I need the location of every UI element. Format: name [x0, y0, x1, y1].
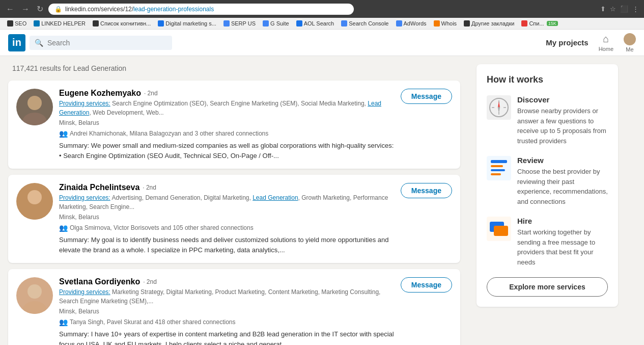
connections-icon-svetlana: 👥: [59, 318, 68, 326]
svg-rect-15: [491, 165, 503, 167]
address-bar[interactable]: 🔒 linkedin.com/services/12/lead-generati…: [48, 4, 354, 15]
bookmark-label-lh: LINKED HELPER: [41, 20, 86, 26]
review-title: Review: [517, 156, 608, 165]
explore-more-button[interactable]: Explore more services: [487, 277, 608, 297]
results-count: 117,421 results for Lead Generation: [8, 64, 460, 72]
bookmark-other[interactable]: Другие закладки: [461, 19, 517, 28]
review-desc: Choose the best provider by reviewing th…: [517, 167, 608, 206]
menu-icon[interactable]: ⋮: [631, 4, 640, 14]
connections-icon-zinaida: 👥: [59, 224, 68, 232]
review-icon: [487, 156, 511, 180]
search-input[interactable]: [47, 39, 167, 47]
svg-point-4: [27, 284, 42, 299]
svg-rect-14: [491, 160, 507, 163]
message-button-svetlana[interactable]: Message: [401, 277, 452, 293]
profile-connections-zinaida: 👥 Olga Smirnova, Victor Borisovets and 1…: [59, 224, 395, 232]
profile-degree-zinaida: · 2nd: [143, 184, 156, 191]
profile-degree-svetlana: · 2nd: [143, 278, 157, 285]
profile-summary-zinaida: Summary: My goal is to identify business…: [59, 235, 395, 255]
bookmark-label-digital: Digital marketing s...: [165, 20, 216, 26]
share-icon[interactable]: ⬆: [599, 4, 607, 14]
bookmark-label-aol: AOL Search: [304, 20, 334, 26]
me-label: Me: [626, 46, 633, 52]
linkedin-logo[interactable]: in: [8, 34, 25, 51]
svg-rect-17: [491, 173, 501, 175]
bookmark-favicon-aol: [296, 20, 302, 26]
svg-point-1: [22, 113, 47, 125]
lead-gen-link-zinaida[interactable]: Lead Generation: [253, 194, 298, 201]
message-button-eugene[interactable]: Message: [401, 89, 452, 104]
message-button-zinaida[interactable]: Message: [401, 183, 452, 198]
profile-connections-svetlana: 👥 Tanya Singh, Pavel Skurat and 418 othe…: [59, 318, 395, 326]
reload-button[interactable]: ↻: [35, 3, 45, 15]
lock-icon: 🔒: [54, 6, 62, 13]
profile-card-zinaida: Zinaida Pchelintseva · 2nd Providing ser…: [8, 175, 460, 263]
bookmark-extra[interactable]: Спи... 15K: [518, 19, 561, 28]
bookmark-console[interactable]: Search Console: [338, 19, 391, 28]
extensions-icon[interactable]: ⬛: [619, 4, 629, 14]
bookmark-digital[interactable]: Digital marketing s...: [155, 19, 219, 28]
bookmark-whois[interactable]: Whois: [431, 19, 460, 28]
bookmark-favicon-adwords: [396, 20, 402, 26]
bookmark-label-wiki: Список когнитивн...: [100, 20, 151, 26]
forward-button[interactable]: →: [19, 4, 32, 15]
hire-content: Hire Start working together by sending a…: [517, 217, 608, 267]
nav-home[interactable]: ⌂ Home: [599, 33, 613, 52]
profile-name-zinaida[interactable]: Zinaida Pchelintseva: [59, 183, 139, 192]
connections-text-eugene: Andrei Khamichonak, Milana Balagozyan an…: [70, 130, 268, 137]
bookmark-label-extra: Спи...: [529, 20, 544, 26]
header-nav-right: My projects ⌂ Home Me: [546, 33, 636, 52]
profile-services-svetlana: Providing services: Marketing Strategy, …: [59, 287, 395, 306]
profile-name-eugene[interactable]: Eugene Kozhemyako: [59, 89, 141, 98]
bookmark-favicon-seo: [7, 20, 13, 26]
bookmark-gsuite[interactable]: G Suite: [260, 19, 292, 28]
name-row-svetlana: Svetlana Gordiyenko · 2nd: [59, 277, 395, 286]
my-projects-label[interactable]: My projects: [546, 38, 588, 47]
hire-icon: [487, 217, 511, 241]
linkedin-header: in 🔍 My projects ⌂ Home Me: [0, 30, 644, 56]
bookmark-favicon-digital: [158, 20, 164, 26]
bookmark-favicon-whois: [434, 20, 440, 26]
profile-name-svetlana[interactable]: Svetlana Gordiyenko: [59, 277, 140, 286]
how-it-works-panel: How it works Discover: [477, 64, 618, 307]
bookmark-label-adwords: AdWords: [404, 20, 427, 26]
back-button[interactable]: ←: [4, 4, 16, 15]
bookmark-serp[interactable]: SERP US: [220, 19, 259, 28]
profile-degree-eugene: · 2nd: [144, 90, 158, 97]
nav-me[interactable]: Me: [624, 33, 636, 52]
bookmark-label-serp: SERP US: [231, 20, 256, 26]
profile-services-zinaida: Providing services: Advertising, Demand …: [59, 193, 395, 211]
connections-text-svetlana: Tanya Singh, Pavel Skurat and 418 other …: [70, 319, 236, 326]
avatar-svetlana: [16, 277, 53, 314]
svg-point-3: [22, 207, 47, 220]
bookmark-linked-helper[interactable]: LINKED HELPER: [31, 19, 89, 28]
bookmark-adwords[interactable]: AdWords: [393, 19, 430, 28]
profile-card-svetlana: Svetlana Gordiyenko · 2nd Providing serv…: [8, 269, 460, 345]
url-highlight: lead-generation-professionals: [133, 6, 214, 13]
name-row-eugene: Eugene Kozhemyako · 2nd: [59, 89, 395, 98]
services-link-zinaida[interactable]: Providing services:: [59, 194, 110, 201]
services-link-eugene[interactable]: Providing services:: [59, 100, 110, 107]
hire-icon-wrap: [487, 217, 511, 241]
bookmark-label-seo: SEO: [15, 20, 26, 26]
svg-rect-16: [491, 169, 505, 171]
svg-point-5: [22, 301, 47, 314]
services-link-svetlana[interactable]: Providing services:: [59, 288, 110, 296]
bookmark-aol[interactable]: AOL Search: [293, 19, 338, 28]
star-icon[interactable]: ☆: [609, 4, 617, 14]
sidebar: How it works Discover: [468, 56, 626, 345]
how-item-review: Review Choose the best provider by revie…: [487, 156, 608, 206]
how-it-works-title: How it works: [487, 74, 608, 85]
bookmark-favicon-lh: [34, 20, 40, 26]
browser-chrome: ← → ↻ 🔒 linkedin.com/services/12/lead-ge…: [0, 0, 644, 18]
linkedin-search-bar[interactable]: 🔍: [30, 36, 172, 50]
how-item-hire: Hire Start working together by sending a…: [487, 217, 608, 267]
bookmark-wiki[interactable]: Список когнитивн...: [90, 19, 154, 28]
bookmark-favicon-gsuite: [263, 20, 269, 26]
bookmark-seo[interactable]: SEO: [4, 19, 30, 28]
bookmark-favicon-other: [464, 20, 470, 26]
bookmark-label-gsuite: G Suite: [270, 20, 289, 26]
bookmark-favicon-extra: [521, 20, 527, 26]
svg-point-0: [27, 96, 42, 110]
svg-rect-19: [494, 226, 508, 236]
